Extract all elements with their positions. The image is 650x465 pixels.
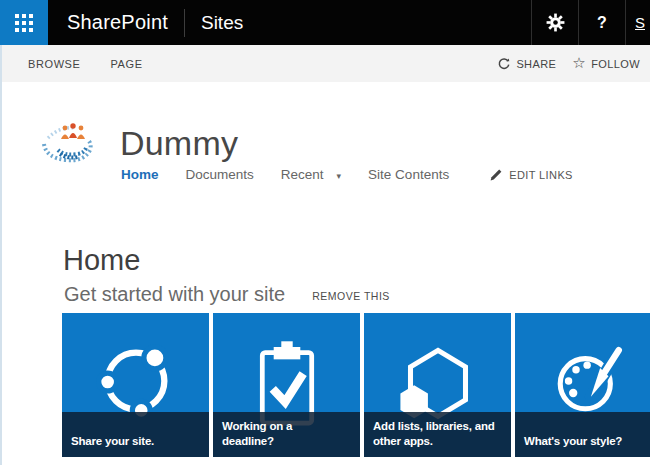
sites-link[interactable]: Sites xyxy=(201,12,243,34)
remove-this-link[interactable]: REMOVE THIS xyxy=(312,290,390,302)
tile-overlay: What's your style? xyxy=(515,412,650,457)
tab-browse[interactable]: BROWSE xyxy=(28,58,81,70)
settings-button[interactable] xyxy=(532,0,578,45)
nav-site-contents[interactable]: Site Contents xyxy=(368,167,449,182)
user-initial: S xyxy=(635,14,645,31)
tile-share-your-site[interactable]: Share your site. xyxy=(62,313,209,457)
edit-links-label: EDIT LINKS xyxy=(509,169,573,181)
ribbon-tabs: BROWSE PAGE xyxy=(28,58,143,70)
tab-page[interactable]: PAGE xyxy=(111,58,143,70)
user-menu-button[interactable]: S xyxy=(626,0,650,45)
site-logo[interactable] xyxy=(36,118,104,172)
getting-started-tiles: Share your site. Working on a deadline? … xyxy=(62,313,650,457)
tile-label: What's your style? xyxy=(515,434,626,457)
ribbon-bar: BROWSE PAGE SHARE ☆ FOLLOW xyxy=(0,45,650,82)
nav-home[interactable]: Home xyxy=(121,167,159,182)
follow-button[interactable]: ☆ FOLLOW xyxy=(572,56,640,71)
tile-overlay: Working on a deadline? xyxy=(213,412,360,457)
team-site-logo-icon xyxy=(36,118,104,172)
palette-brush-icon xyxy=(550,341,628,419)
app-launcher-button[interactable] xyxy=(0,0,48,45)
share-label: SHARE xyxy=(516,58,556,70)
ribbon-actions: SHARE ☆ FOLLOW xyxy=(497,56,640,71)
follow-label: FOLLOW xyxy=(591,58,640,70)
suite-bar-right: ? S xyxy=(531,0,650,45)
share-button[interactable]: SHARE xyxy=(497,57,556,71)
share-nodes-icon xyxy=(94,339,178,423)
tile-label: Share your site. xyxy=(62,434,158,457)
tile-overlay: Share your site. xyxy=(62,412,209,457)
tile-label: Working on a deadline? xyxy=(213,419,305,457)
help-button[interactable]: ? xyxy=(579,0,625,45)
pencil-icon xyxy=(490,168,503,181)
tile-add-apps[interactable]: Add lists, libraries, and other apps. xyxy=(364,313,511,457)
tile-label: Add lists, libraries, and other apps. xyxy=(364,419,504,457)
tile-overlay: Add lists, libraries, and other apps. xyxy=(364,412,511,457)
getting-started-title: Get started with your site xyxy=(64,283,285,306)
gear-icon xyxy=(546,13,565,32)
brand-divider xyxy=(184,9,185,37)
top-navigation: Home Documents Recent ▾ Site Contents ED… xyxy=(121,167,573,182)
share-circle-icon xyxy=(497,57,511,71)
nav-recent[interactable]: Recent xyxy=(281,167,324,182)
edit-links-button[interactable]: EDIT LINKS xyxy=(490,168,573,181)
site-title: Dummy xyxy=(120,124,238,163)
brand-sharepoint[interactable]: SharePoint xyxy=(67,11,168,34)
window-edge-line xyxy=(0,45,2,465)
suite-bar: SharePoint Sites xyxy=(0,0,650,45)
app-launcher-waffle-icon xyxy=(15,14,33,32)
sharepoint-page: SharePoint Sites xyxy=(0,0,650,465)
getting-started-header: Get started with your site REMOVE THIS xyxy=(64,283,390,306)
follow-star-icon: ☆ xyxy=(572,55,586,70)
tile-whats-your-style[interactable]: What's your style? xyxy=(515,313,650,457)
page-title: Home xyxy=(63,244,140,277)
tile-working-on-a-deadline[interactable]: Working on a deadline? xyxy=(213,313,360,457)
chevron-down-icon[interactable]: ▾ xyxy=(337,171,342,181)
nav-documents[interactable]: Documents xyxy=(186,167,254,182)
help-icon: ? xyxy=(597,14,607,32)
